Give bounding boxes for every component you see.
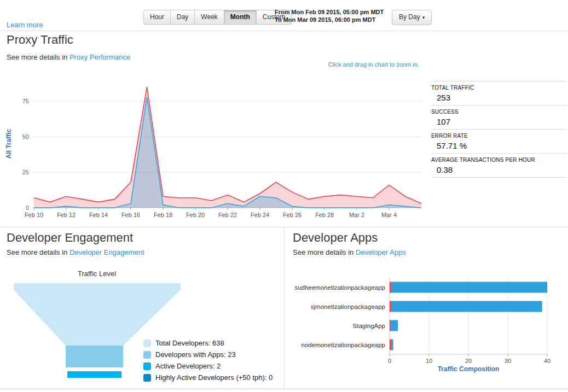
- engagement-subtitle-text: See more details in: [7, 248, 69, 256]
- legend-label: Active Developers: 2: [155, 362, 221, 370]
- x-tick-label: Feb 22: [218, 212, 237, 218]
- stat-label: TOTAL TRAFFIC: [431, 85, 567, 91]
- proxy-stats-panel: TOTAL TRAFFIC 253 SUCCESS 107 ERROR RATE…: [431, 81, 567, 178]
- x-axis-label: Traffic Composition: [438, 365, 500, 373]
- y-tick-label: 25: [22, 169, 29, 175]
- topbar: Learn more HourDayWeekMonthCustom From M…: [0, 0, 568, 31]
- date-from: From Mon Feb 09 2015, 05:00 pm MDT: [275, 8, 384, 16]
- bar-category-label: sudheemonetizationpackageapp: [294, 284, 385, 291]
- developer-apps-title: Developer Apps: [293, 231, 378, 245]
- range-button-group: HourDayWeekMonthCustom: [143, 10, 292, 25]
- y-tick-label: 0: [26, 204, 29, 211]
- engagement-subtitle: See more details in Developer Engagement: [7, 248, 144, 256]
- x-tick-label: Feb 12: [57, 212, 76, 218]
- proxy-traffic-chart[interactable]: 0255075Feb 10Feb 12Feb 14Feb 16Feb 18Feb…: [3, 71, 426, 223]
- legend-label: Total Developers: 638: [155, 339, 224, 347]
- stat-value: 253: [437, 93, 567, 102]
- series-line-all-traffic: [34, 87, 421, 203]
- legend-item-total-developers: Total Developers: 638: [143, 339, 273, 347]
- proxy-traffic-title: Proxy Traffic: [7, 33, 73, 47]
- x-tick-label: 10: [426, 358, 432, 364]
- funnel-segment-active-developers: [67, 371, 121, 378]
- x-tick-label: Mar 4: [381, 212, 397, 218]
- legend-label: Highly Active Developers (+50 tph): 0: [155, 373, 273, 382]
- caret-down-icon: ▾: [422, 15, 425, 20]
- legend-item-highly-active-developers: Highly Active Developers (+50 tph): 0: [143, 373, 273, 382]
- bar-category-label: sjmonetizationpackageapp: [311, 303, 385, 310]
- stat-value: 0.38: [437, 165, 567, 174]
- legend-swatch: [143, 351, 151, 359]
- series-area: [34, 87, 421, 208]
- x-tick-label: Feb 10: [25, 212, 43, 218]
- apps-subtitle: See more details in Developer Apps: [293, 248, 406, 256]
- developer-apps-chart: 010203040sudheemonetizationpackageappsjm…: [290, 272, 564, 379]
- stat-total-traffic: TOTAL TRAFFIC 253: [431, 81, 567, 106]
- x-tick-label: 20: [465, 358, 472, 364]
- bar-segment-error: [390, 340, 391, 350]
- funnel-title: Traffic Level: [53, 270, 141, 278]
- y-tick-label: 75: [22, 98, 29, 104]
- x-tick-label: Feb 28: [315, 212, 334, 218]
- group-by-label: By Day: [399, 13, 420, 21]
- x-tick-label: Feb 26: [283, 212, 302, 218]
- funnel-segment-developers-with-apps: [66, 346, 123, 367]
- developer-engagement-title: Developer Engagement: [7, 231, 133, 245]
- stat-avg-tph: AVERAGE TRANSACTIONS PER HOUR 0.38: [431, 154, 567, 178]
- bar-segment-success: [391, 320, 398, 331]
- series-area: [34, 97, 421, 208]
- bar-segment-success: [391, 340, 393, 350]
- date-range: From Mon Feb 09 2015, 05:00 pm MDT To Mo…: [275, 8, 384, 24]
- stat-label: AVERAGE TRANSACTIONS PER HOUR: [431, 157, 567, 163]
- legend-item-developers-with-apps: Developers with Apps: 23: [143, 350, 273, 359]
- range-button-week[interactable]: Week: [195, 10, 224, 25]
- range-button-hour[interactable]: Hour: [143, 10, 171, 25]
- x-tick-label: Feb 14: [89, 212, 108, 218]
- bar-segment-error: [390, 301, 391, 312]
- x-tick-label: Feb 16: [121, 212, 140, 218]
- legend-swatch: [143, 362, 151, 370]
- developer-engagement-link[interactable]: Developer Engagement: [69, 248, 144, 256]
- bar-segment-error: [390, 282, 391, 293]
- proxy-subtitle-text: See more details in: [7, 53, 69, 61]
- stat-success: SUCCESS 107: [431, 106, 567, 130]
- x-tick-label: 0: [388, 358, 391, 364]
- legend-item-active-developers: Active Developers: 2: [143, 362, 273, 370]
- x-tick-label: Feb 20: [186, 212, 205, 218]
- funnel-segment-total-developers: [14, 283, 181, 346]
- range-button-day[interactable]: Day: [171, 10, 195, 25]
- stat-value: 57.71 %: [437, 141, 567, 150]
- stat-label: ERROR RATE: [431, 133, 567, 139]
- developer-apps-link[interactable]: Developer Apps: [356, 248, 406, 256]
- stat-error-rate: ERROR RATE 57.71 %: [431, 130, 567, 154]
- legend-swatch: [143, 374, 151, 382]
- range-button-month[interactable]: Month: [224, 10, 257, 25]
- vertical-divider: [284, 227, 285, 389]
- y-axis-label: All Traffic: [5, 128, 13, 159]
- analytics-dashboard: Learn more HourDayWeekMonthCustom From M…: [0, 0, 568, 392]
- bar-segment-error: [390, 320, 391, 331]
- apps-subtitle-text: See more details in: [293, 248, 356, 256]
- legend-swatch: [143, 340, 151, 347]
- x-tick-label: Feb 18: [154, 212, 172, 218]
- engagement-legend: Total Developers: 638 Developers with Ap…: [143, 339, 273, 385]
- series-line-success: [34, 97, 421, 208]
- learn-more-link[interactable]: Learn more: [7, 21, 43, 29]
- bottom-border: [0, 389, 568, 389]
- zoom-hint: Click and drag in chart to zoom in.: [328, 61, 419, 68]
- bar-category-label: StagingApp: [353, 323, 385, 329]
- y-tick-label: 50: [22, 133, 29, 140]
- x-tick-label: 40: [544, 358, 550, 364]
- date-to: To Mon Mar 09 2015, 06:00 pm MDT: [275, 16, 384, 24]
- bar-category-label: nodemonetizationpackageapp: [302, 342, 385, 348]
- proxy-subtitle: See more details in Proxy Performance: [7, 53, 130, 61]
- x-tick-label: 30: [505, 358, 511, 364]
- group-by-dropdown[interactable]: By Day▾: [392, 10, 432, 25]
- stat-value: 107: [437, 117, 567, 126]
- x-tick-label: Mar 2: [349, 212, 364, 218]
- legend-label: Developers with Apps: 23: [155, 350, 236, 359]
- bar-segment-success: [391, 282, 547, 293]
- stat-label: SUCCESS: [431, 109, 567, 115]
- proxy-performance-link[interactable]: Proxy Performance: [69, 53, 130, 61]
- bar-segment-success: [391, 301, 542, 312]
- x-tick-label: Feb 24: [251, 212, 269, 218]
